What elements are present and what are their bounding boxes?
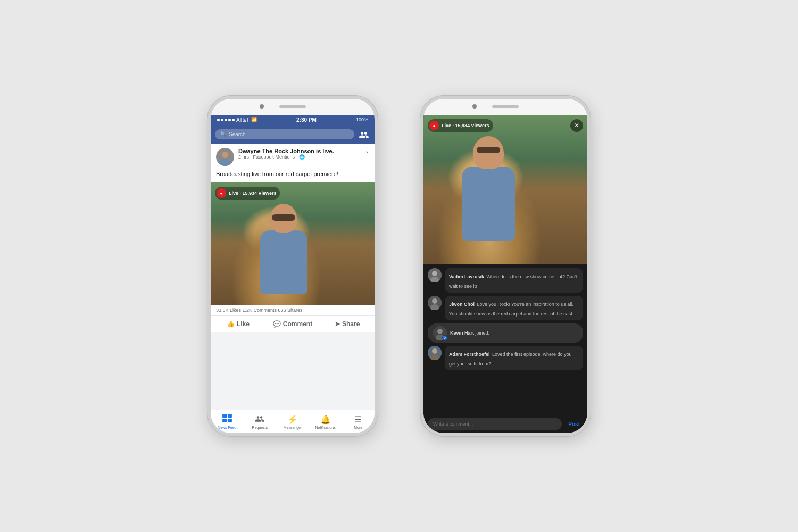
post-comment-button[interactable]: Post bbox=[565, 419, 583, 429]
nav-item-newsfeed[interactable]: News Feed bbox=[211, 412, 244, 431]
chevron-down-icon[interactable]: ⌄ bbox=[365, 148, 369, 154]
comment-avatar-2 bbox=[428, 296, 442, 310]
signal-dot bbox=[228, 119, 231, 121]
commenter-name-2: Jiwon Choi bbox=[449, 302, 475, 307]
like-label: Like bbox=[237, 320, 250, 328]
share-icon: ➤ bbox=[335, 320, 340, 328]
nav-item-notifications[interactable]: 🔔 Notifications bbox=[309, 412, 342, 431]
live-video-image bbox=[211, 182, 375, 305]
comment-icon: 💬 bbox=[273, 320, 281, 328]
phone-1-camera bbox=[260, 104, 264, 109]
post-card: Dwayne The Rock Johnson is live. 2 hrs ·… bbox=[211, 144, 375, 332]
post-actions: 👍 Like 💬 Comment ➤ Share bbox=[211, 316, 375, 332]
svg-point-17 bbox=[432, 348, 437, 354]
battery-label: 100% bbox=[356, 117, 368, 122]
comment-button[interactable]: 💬 Comment bbox=[265, 318, 320, 330]
verified-icon: ✓ bbox=[442, 335, 447, 340]
glasses bbox=[272, 214, 295, 221]
person-head-full bbox=[473, 136, 504, 169]
nav-item-messenger[interactable]: ⚡ Messenger bbox=[276, 412, 309, 431]
comment-item: Vadim Lavrusik When does the new show co… bbox=[428, 268, 583, 293]
svg-point-1 bbox=[222, 152, 228, 158]
nav-item-requests[interactable]: Requests bbox=[244, 412, 277, 431]
requests-label: Requests bbox=[252, 426, 268, 429]
feed-content: Dwayne The Rock Johnson is live. 2 hrs ·… bbox=[211, 144, 375, 410]
post-text: Broadcasting live from our red carpet pr… bbox=[211, 170, 375, 182]
nav-item-more[interactable]: ☰ More bbox=[342, 412, 375, 431]
share-label: Share bbox=[342, 320, 360, 328]
comments-section: Vadim Lavrusik When does the new show co… bbox=[423, 264, 587, 415]
notifications-icon: 🔔 bbox=[320, 414, 331, 425]
friend-request-icon[interactable] bbox=[358, 128, 370, 140]
post-meta: Dwayne The Rock Johnson is live. 2 hrs ·… bbox=[238, 148, 361, 160]
facebook-header: 🔍 Search bbox=[211, 124, 375, 144]
join-avatar: ✓ bbox=[433, 326, 447, 340]
wifi-icon: 📶 bbox=[251, 117, 257, 122]
svg-point-11 bbox=[432, 298, 437, 304]
search-bar[interactable]: 🔍 Search bbox=[215, 129, 354, 139]
phone-1-screen: AT&T 📶 2:30 PM 100% 🔍 Search bbox=[211, 115, 375, 433]
svg-rect-5 bbox=[222, 419, 227, 422]
time-label: 2:30 PM bbox=[296, 117, 317, 123]
svg-point-14 bbox=[437, 329, 443, 334]
close-live-button[interactable]: ✕ bbox=[570, 119, 583, 132]
comment-input[interactable] bbox=[428, 418, 562, 430]
commenter-name-3: Adam Forsthoefel bbox=[449, 352, 490, 357]
phone-2-screen: ● Live · 15,934 Viewers ✕ Vadim bbox=[423, 115, 587, 433]
live-dot-icon-full: ● bbox=[429, 121, 439, 130]
svg-rect-6 bbox=[228, 419, 232, 422]
newsfeed-label: News Feed bbox=[218, 426, 236, 429]
like-button[interactable]: 👍 Like bbox=[211, 318, 265, 330]
comment-bubble-1: Vadim Lavrusik When does the new show co… bbox=[445, 268, 583, 293]
signal-dots bbox=[217, 119, 235, 121]
join-text: Kevin Hart joined. bbox=[450, 330, 489, 336]
more-label: More bbox=[354, 426, 362, 429]
bottom-navigation: News Feed Requests ⚡ Messenger 🔔 bbox=[211, 410, 375, 433]
comment-bubble-2: Jiwon Choi Love you Rock! You're an insp… bbox=[445, 296, 583, 320]
search-icon: 🔍 bbox=[220, 131, 226, 137]
signal-dot bbox=[221, 119, 223, 121]
join-notification: ✓ Kevin Hart joined. bbox=[428, 323, 583, 343]
live-label-full: Live · 15,934 Viewers bbox=[442, 123, 489, 128]
post-avatar bbox=[216, 148, 234, 166]
post-submeta: 2 hrs · Facebook Mentions · 🌐 bbox=[238, 154, 361, 160]
signal-area: AT&T 📶 bbox=[217, 117, 257, 123]
live-badge: ● Live · 15,934 Viewers bbox=[215, 187, 280, 200]
person-body-full bbox=[462, 167, 515, 241]
post-username: Dwayne The Rock Johnson is live. bbox=[238, 148, 361, 154]
live-fullscreen-view: ● Live · 15,934 Viewers ✕ Vadim bbox=[423, 115, 587, 433]
comment-bubble-3: Adam Forsthoefel Loved the first episode… bbox=[445, 346, 583, 370]
signal-dot bbox=[217, 119, 220, 121]
like-icon: 👍 bbox=[227, 320, 235, 328]
live-video-thumbnail[interactable]: ● Live · 15,934 Viewers bbox=[211, 182, 375, 305]
comment-label: Comment bbox=[283, 320, 312, 328]
signal-dot bbox=[225, 119, 227, 121]
svg-point-8 bbox=[432, 271, 437, 276]
more-icon: ☰ bbox=[354, 414, 362, 425]
person-silhouette bbox=[252, 204, 315, 305]
messenger-icon: ⚡ bbox=[287, 414, 298, 425]
newsfeed-icon bbox=[222, 414, 232, 425]
person-body bbox=[260, 230, 307, 294]
svg-rect-3 bbox=[222, 414, 227, 418]
requests-icon bbox=[255, 414, 264, 425]
live-dot-icon: ● bbox=[217, 188, 226, 198]
svg-rect-4 bbox=[228, 414, 232, 418]
comment-item: Adam Forsthoefel Loved the first episode… bbox=[428, 346, 583, 370]
person-silhouette-full bbox=[456, 136, 520, 264]
share-button[interactable]: ➤ Share bbox=[320, 318, 375, 330]
messenger-label: Messenger bbox=[284, 426, 302, 429]
comment-input-row: Post bbox=[423, 415, 587, 433]
search-placeholder: Search bbox=[229, 131, 246, 137]
carrier-label: AT&T bbox=[236, 117, 250, 123]
notifications-label: Notifications bbox=[315, 426, 336, 429]
commenter-name-1: Vadim Lavrusik bbox=[449, 274, 484, 279]
signal-dot bbox=[232, 119, 235, 121]
comment-item: Jiwon Choi Love you Rock! You're an insp… bbox=[428, 296, 583, 320]
live-video-full: ● Live · 15,934 Viewers ✕ bbox=[423, 115, 587, 264]
comment-avatar-1 bbox=[428, 268, 442, 282]
post-header: Dwayne The Rock Johnson is live. 2 hrs ·… bbox=[211, 144, 375, 170]
status-bar-1: AT&T 📶 2:30 PM 100% bbox=[211, 115, 375, 124]
post-stats: 33.6K Likes 1.2K Comments 866 Shares bbox=[211, 305, 375, 316]
live-header-full: ● Live · 15,934 Viewers ✕ bbox=[428, 119, 583, 132]
